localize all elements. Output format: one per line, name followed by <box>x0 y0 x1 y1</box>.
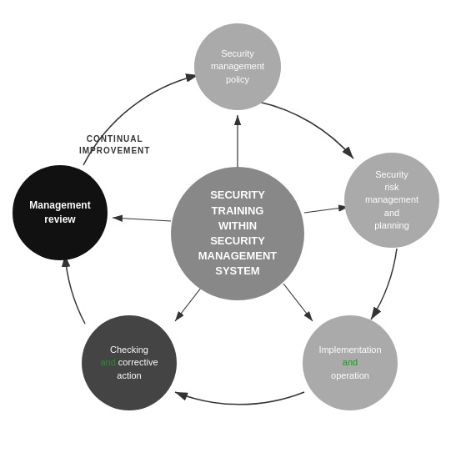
node-security-risk-management: Securityriskmanagementandplanning <box>344 153 439 248</box>
spoke-to-left <box>113 218 171 221</box>
center-node: SECURITY TRAINING WITHIN SECURITY MANAGE… <box>171 167 304 300</box>
node-implementation-operation: Implementationandoperation <box>303 315 398 410</box>
node-checking-corrective-action: Checkingand correctiveaction <box>82 315 177 410</box>
center-node-text: SECURITY TRAINING WITHIN SECURITY MANAGE… <box>190 179 286 287</box>
arc-bottomright-to-bottomleft <box>175 392 304 405</box>
spoke-to-bottomright <box>283 284 313 321</box>
node-management-review: Managementreview <box>13 165 108 260</box>
spoke-to-right <box>304 207 348 213</box>
and-corrective-green: and <box>100 357 115 367</box>
spoke-to-bottomleft <box>175 284 204 321</box>
arc-top-to-right <box>258 102 353 159</box>
node-security-management-policy: Securitymanagementpolicy <box>194 23 281 110</box>
arc-right-to-bottomright <box>371 249 397 320</box>
arc-bottomleft-to-left <box>65 254 85 324</box>
and-green-text: and <box>343 357 358 367</box>
continual-improvement-label: CONTINUALIMPROVEMENT <box>79 133 150 157</box>
diagram-container: SECURITY TRAINING WITHIN SECURITY MANAGE… <box>0 0 476 468</box>
